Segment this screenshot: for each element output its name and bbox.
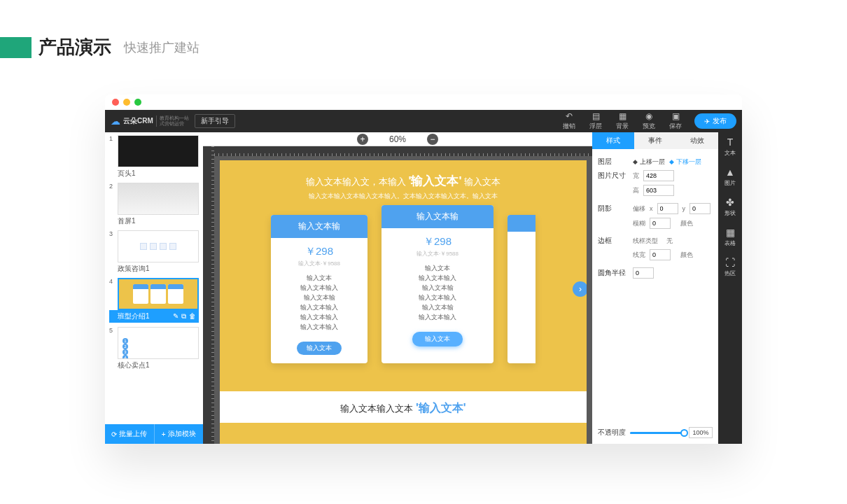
- layer-up-icon: ◆: [633, 158, 638, 165]
- tool-strip: T文本 ▲图片 ✤形状 ▦表格 ⛶热区: [718, 132, 742, 444]
- text-icon: T: [727, 136, 734, 148]
- shadow-x-input[interactable]: [657, 203, 678, 214]
- thumb-preview: [118, 135, 199, 167]
- float-button[interactable]: ▤浮层: [589, 111, 602, 131]
- section-thumb[interactable]: 1 页头1: [109, 135, 199, 178]
- delete-icon[interactable]: 🗑: [189, 312, 196, 321]
- thumb-preview: [118, 230, 199, 262]
- border-label: 边框: [598, 236, 629, 246]
- shadow-y-input[interactable]: [690, 203, 710, 214]
- zoom-level: 60%: [389, 134, 406, 144]
- blur-input[interactable]: [650, 218, 671, 229]
- close-icon[interactable]: [112, 99, 119, 106]
- save-button[interactable]: ▣保存: [669, 111, 682, 131]
- thumb-label: 页头1: [118, 169, 199, 178]
- send-icon: ✈: [704, 118, 710, 125]
- thumb-label: 核心卖点1: [118, 360, 199, 370]
- plus-icon: +: [162, 430, 166, 438]
- zoom-in-button[interactable]: +: [357, 134, 368, 145]
- design-canvas[interactable]: 输入文本输入文，本输入 '输入文本' 输入文本 输入文本输入文本输入文本输入。文…: [220, 160, 587, 444]
- image-icon: ▲: [725, 167, 735, 178]
- linetype-value[interactable]: 无: [666, 237, 673, 246]
- radius-label: 圆角半径: [598, 268, 629, 278]
- guide-button[interactable]: 新手引导: [195, 114, 235, 128]
- ruler-horizontal: [214, 146, 592, 156]
- app-window: ☁ 云朵CRM 教育机构一站 式营销运营 新手引导 ↶撤销 ▤浮层 ▦背景 ◉预…: [105, 94, 742, 444]
- thumb-label: 班型介绍1: [118, 312, 150, 321]
- thumb-preview: 1234: [118, 327, 199, 359]
- height-input[interactable]: [643, 185, 674, 196]
- section-thumb[interactable]: 3 政策咨询1: [109, 230, 199, 274]
- thumb-preview: [118, 183, 199, 215]
- tab-event[interactable]: 事件: [634, 132, 676, 149]
- undo-button[interactable]: ↶撤销: [563, 111, 575, 131]
- canvas-area: + 60% − 输入文本输入文，本输入 '输入文本' 输入文本 输入文本输入文本…: [203, 132, 592, 444]
- publish-button[interactable]: ✈发布: [694, 113, 736, 129]
- tool-shape[interactable]: ✤形状: [724, 197, 736, 217]
- thumb-label: 政策咨询1: [118, 264, 199, 274]
- price-card[interactable]: 输入文本输 ￥298 输入文本·￥9588 输入文本 输入文本输入 输入文本输 …: [271, 215, 368, 363]
- section-thumb[interactable]: 51234 核心卖点1: [109, 327, 199, 370]
- preview-button[interactable]: ◉预览: [643, 111, 655, 131]
- top-toolbar: ☁ 云朵CRM 教育机构一站 式营销运营 新手引导 ↶撤销 ▤浮层 ▦背景 ◉预…: [105, 110, 742, 132]
- batch-upload-button[interactable]: ⟳批量上传: [105, 424, 155, 444]
- price-card-partial[interactable]: [507, 215, 536, 363]
- page-subtitle: 快速推广建站: [124, 39, 200, 56]
- edit-icon[interactable]: ✎: [173, 312, 178, 321]
- opacity-label: 不透明度: [598, 428, 626, 438]
- sections-panel: 1 页头1 2 首屏1 3 政策咨询1 4 班型介绍1✎⧉🗑 班型介绍1: [105, 132, 203, 444]
- eye-icon: ◉: [645, 111, 652, 121]
- zoom-bar: + 60% −: [203, 132, 592, 146]
- footer-text[interactable]: 输入文本输入文本 '输入文本': [220, 391, 587, 423]
- layer-label: 图层: [598, 157, 629, 167]
- undo-icon: ↶: [566, 111, 573, 121]
- layer-down-icon: ◆: [669, 158, 674, 165]
- opacity-slider[interactable]: [630, 432, 685, 434]
- properties-panel: 样式 事件 动效 图层 ◆上移一层 ◆下移一层 图片尺寸 宽 高: [592, 132, 718, 444]
- opacity-value: 100%: [689, 427, 713, 438]
- section-thumb[interactable]: 2 首屏1: [109, 183, 199, 226]
- page-title: 产品演示: [38, 35, 111, 59]
- window-controls: [105, 94, 742, 110]
- zoom-out-button[interactable]: −: [427, 134, 438, 145]
- add-module-button[interactable]: +添加模块: [155, 424, 204, 444]
- thumb-label: 首屏1: [118, 216, 199, 226]
- tab-animation[interactable]: 动效: [676, 132, 718, 149]
- logo: ☁ 云朵CRM 教育机构一站 式营销运营: [111, 115, 189, 127]
- accent-block: [0, 37, 31, 58]
- tab-style[interactable]: 样式: [592, 132, 634, 149]
- card-button[interactable]: 输入文本: [297, 342, 342, 355]
- refresh-icon: ⟳: [111, 430, 117, 438]
- save-icon: ▣: [672, 111, 680, 121]
- radius-input[interactable]: [633, 267, 654, 279]
- shape-icon: ✤: [726, 197, 734, 208]
- hero-text[interactable]: 输入文本输入文，本输入 '输入文本' 输入文本 输入文本输入文本输入文本输入。文…: [220, 160, 587, 208]
- tool-image[interactable]: ▲图片: [724, 167, 736, 187]
- layers-icon: ▤: [592, 111, 600, 121]
- grid-icon: ▦: [726, 227, 735, 238]
- logo-sub: 教育机构一站 式营销运营: [156, 115, 189, 127]
- expand-icon: ⛶: [725, 257, 735, 268]
- cloud-icon: ☁: [111, 115, 120, 127]
- tool-hotzone[interactable]: ⛶热区: [724, 257, 736, 277]
- chevron-right-icon[interactable]: ›: [573, 281, 587, 297]
- background-button[interactable]: ▦背景: [616, 111, 629, 131]
- price-card-featured[interactable]: 输入文本输 ￥298 输入文本·￥9588 输入文本 输入文本输入 输入文本输 …: [382, 205, 493, 363]
- logo-text: 云朵CRM: [123, 116, 153, 126]
- ruler-vertical: [203, 146, 214, 444]
- tool-text[interactable]: T文本: [724, 136, 736, 157]
- copy-icon[interactable]: ⧉: [181, 312, 186, 321]
- tool-table[interactable]: ▦表格: [724, 227, 736, 247]
- layer-down-button[interactable]: ◆下移一层: [669, 158, 701, 167]
- maximize-icon[interactable]: [134, 99, 141, 106]
- linewidth-input[interactable]: [650, 249, 671, 260]
- section-thumb-active[interactable]: 4 班型介绍1✎⧉🗑 班型介绍1: [109, 278, 199, 323]
- image-icon: ▦: [619, 111, 626, 121]
- width-input[interactable]: [643, 170, 674, 181]
- card-button[interactable]: 输入文本: [412, 332, 463, 346]
- thumb-preview: [118, 278, 199, 310]
- shadow-label: 阴影: [598, 204, 629, 214]
- minimize-icon[interactable]: [123, 99, 130, 106]
- layer-up-button[interactable]: ◆上移一层: [633, 158, 665, 167]
- size-label: 图片尺寸: [598, 171, 629, 181]
